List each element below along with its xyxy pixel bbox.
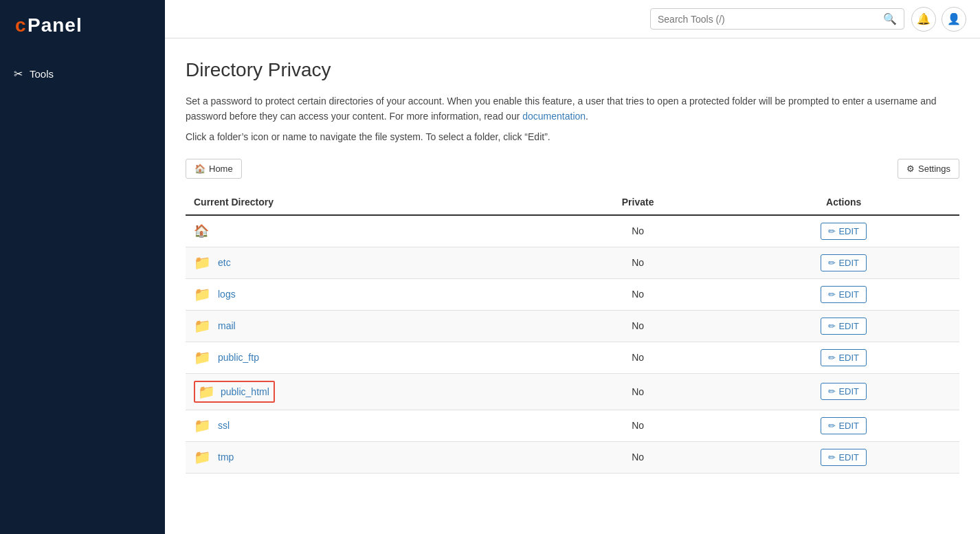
svg-text:c: c <box>15 14 27 36</box>
folder-link-ssl[interactable]: ssl <box>218 420 230 431</box>
private-cell-home-dir: No <box>548 215 728 247</box>
home-button-label: Home <box>209 164 233 174</box>
folder-row-home: 🏠 <box>194 223 539 238</box>
user-profile-button[interactable]: 👤 <box>942 7 966 32</box>
table-row: 📁logsNo✏ EDIT <box>186 278 959 310</box>
edit-icon: ✏ <box>828 386 836 397</box>
folder-link-etc[interactable]: etc <box>218 257 231 268</box>
col-header-actions: Actions <box>728 190 959 215</box>
page-title: Directory Privacy <box>186 59 959 81</box>
actions-cell-logs: ✏ EDIT <box>728 278 959 310</box>
private-cell-ssl: No <box>548 410 728 441</box>
table-row: 📁mailNo✏ EDIT <box>186 310 959 342</box>
folder-icon: 📁 <box>194 449 211 465</box>
gear-icon: ⚙ <box>906 164 915 174</box>
svg-text:Panel: Panel <box>27 14 82 36</box>
edit-button-ssl[interactable]: ✏ EDIT <box>821 417 867 434</box>
dir-cell-home-dir: 🏠 <box>186 215 548 247</box>
dir-cell-logs: 📁logs <box>186 278 548 310</box>
search-box: 🔍 <box>650 8 904 30</box>
search-button[interactable]: 🔍 <box>883 12 897 25</box>
actions-cell-etc: ✏ EDIT <box>728 247 959 278</box>
cpanel-logo-svg: c Panel <box>14 12 89 37</box>
dir-cell-etc: 📁etc <box>186 247 548 278</box>
folder-link-public_html[interactable]: public_html <box>221 386 269 397</box>
edit-button-logs[interactable]: ✏ EDIT <box>821 286 867 303</box>
table-row: 📁tmpNo✏ EDIT <box>186 441 959 473</box>
actions-cell-tmp: ✏ EDIT <box>728 441 959 473</box>
dir-cell-ssl: 📁ssl <box>186 410 548 441</box>
description-end: . <box>586 111 588 122</box>
actions-cell-public_html: ✏ EDIT <box>728 373 959 410</box>
table-row: 📁sslNo✏ EDIT <box>186 410 959 441</box>
folder-row-public_html: 📁public_html <box>194 381 539 403</box>
dir-cell-mail: 📁mail <box>186 310 548 342</box>
home-button[interactable]: 🏠 Home <box>186 159 242 179</box>
edit-icon: ✏ <box>828 226 836 236</box>
sidebar-navigation: ✂ Tools <box>0 54 165 94</box>
table-header-row: Current Directory Private Actions <box>186 190 959 215</box>
folder-row-public_ftp: 📁public_ftp <box>194 349 539 366</box>
edit-button-mail[interactable]: ✏ EDIT <box>821 318 867 335</box>
table-row: 📁etcNo✏ EDIT <box>186 247 959 278</box>
top-bar-icons: 🔔 👤 <box>911 7 966 32</box>
folder-icon: 📁 <box>194 286 211 302</box>
home-folder-icon[interactable]: 🏠 <box>194 223 209 238</box>
dir-cell-public_html: 📁public_html <box>186 373 548 410</box>
actions-cell-public_ftp: ✏ EDIT <box>728 342 959 373</box>
content-area: Directory Privacy Set a password to prot… <box>165 38 980 534</box>
actions-cell-ssl: ✏ EDIT <box>728 410 959 441</box>
edit-icon: ✏ <box>828 321 836 331</box>
sidebar-logo: c Panel <box>0 0 165 54</box>
sidebar-item-tools-label: Tools <box>30 68 54 80</box>
folder-link-logs[interactable]: logs <box>218 289 236 300</box>
sidebar-item-tools[interactable]: ✂ Tools <box>0 60 165 87</box>
nav-instruction: Click a folder’s icon or name to navigat… <box>186 131 959 142</box>
home-icon: 🏠 <box>194 164 205 174</box>
folder-link-public_ftp[interactable]: public_ftp <box>218 352 259 363</box>
sidebar: c Panel ✂ Tools <box>0 0 165 534</box>
edit-icon: ✏ <box>828 353 836 363</box>
folder-row-tmp: 📁tmp <box>194 449 539 465</box>
folder-icon: 📁 <box>194 349 211 366</box>
folder-icon: 📁 <box>194 254 211 271</box>
table-row: 📁public_ftpNo✏ EDIT <box>186 342 959 373</box>
search-input[interactable] <box>658 14 883 25</box>
top-bar: 🔍 🔔 👤 <box>165 0 980 38</box>
edit-button-public_html[interactable]: ✏ EDIT <box>821 383 867 400</box>
folder-icon: 📁 <box>194 417 211 434</box>
dir-cell-public_ftp: 📁public_ftp <box>186 342 548 373</box>
edit-icon: ✏ <box>828 258 836 268</box>
folder-row-etc: 📁etc <box>194 254 539 271</box>
folder-link-tmp[interactable]: tmp <box>218 452 234 463</box>
folder-row-mail: 📁mail <box>194 318 539 334</box>
bell-icon: 🔔 <box>917 12 931 25</box>
documentation-link[interactable]: documentation <box>522 111 586 122</box>
edit-button-tmp[interactable]: ✏ EDIT <box>821 449 867 466</box>
directory-table: Current Directory Private Actions 🏠No✏ E… <box>186 190 959 474</box>
private-cell-mail: No <box>548 310 728 342</box>
edit-icon: ✏ <box>828 421 836 431</box>
notifications-button[interactable]: 🔔 <box>911 7 936 32</box>
description-text: Set a password to protect certain direct… <box>186 93 959 124</box>
folder-row-ssl: 📁ssl <box>194 417 539 434</box>
private-cell-public_html: No <box>548 373 728 410</box>
cpanel-logo-text: c Panel <box>14 12 89 41</box>
settings-button[interactable]: ⚙ Settings <box>898 159 959 179</box>
toolbar-row: 🏠 Home ⚙ Settings <box>186 159 959 179</box>
table-header: Current Directory Private Actions <box>186 190 959 215</box>
actions-cell-home-dir: ✏ EDIT <box>728 215 959 247</box>
dir-cell-tmp: 📁tmp <box>186 441 548 473</box>
private-cell-tmp: No <box>548 441 728 473</box>
table-body: 🏠No✏ EDIT📁etcNo✏ EDIT📁logsNo✏ EDIT📁mailN… <box>186 215 959 474</box>
edit-button-etc[interactable]: ✏ EDIT <box>821 254 867 271</box>
edit-button-home-dir[interactable]: ✏ EDIT <box>821 223 867 240</box>
private-cell-logs: No <box>548 278 728 310</box>
folder-link-mail[interactable]: mail <box>218 320 236 331</box>
edit-icon: ✏ <box>828 452 836 463</box>
private-cell-etc: No <box>548 247 728 278</box>
user-icon: 👤 <box>947 12 961 25</box>
main-wrapper: 🔍 🔔 👤 Directory Privacy Set a password t… <box>165 0 980 534</box>
folder-row-logs: 📁logs <box>194 286 539 302</box>
edit-button-public_ftp[interactable]: ✏ EDIT <box>821 349 867 366</box>
